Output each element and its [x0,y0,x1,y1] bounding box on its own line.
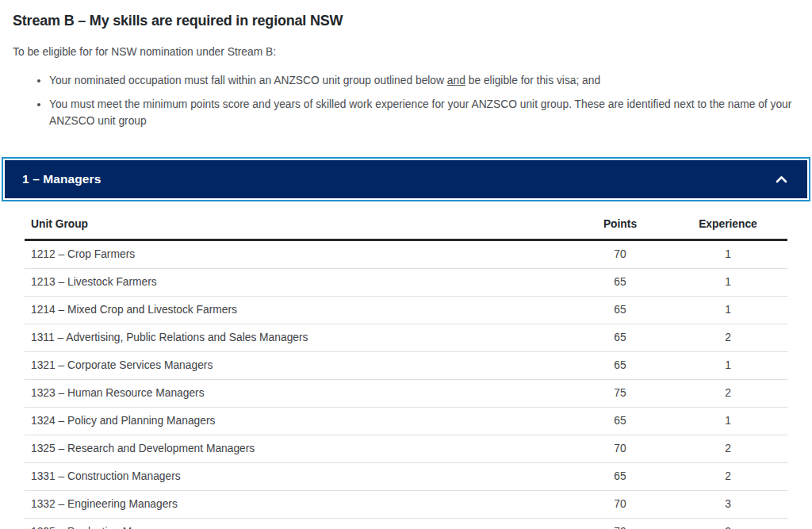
points-cell: 75 [572,379,668,407]
unit-group-cell: 1311 – Advertising, Public Relations and… [25,324,572,351]
table-row: 1213 – Livestock Farmers651 [25,268,787,296]
table-row: 1212 – Crop Farmers701 [25,240,787,268]
unit-group-cell: 1323 – Human Resource Managers [25,379,572,407]
page-title: Stream B – My skills are required in reg… [13,13,799,29]
accordion-managers[interactable]: 1 – Managers [2,157,810,201]
unit-group-cell: 1214 – Mixed Crop and Livestock Farmers [25,296,572,324]
points-cell: 65 [572,407,668,435]
table-header: Unit Group Points Experience [25,218,787,240]
experience-cell: 2 [668,324,787,351]
unit-group-cell: 1213 – Livestock Farmers [25,268,572,296]
unit-group-cell: 1324 – Policy and Planning Managers [25,407,572,435]
points-cell: 70 [572,490,668,518]
experience-cell: 1 [668,407,787,435]
table-row: 1324 – Policy and Planning Managers651 [25,407,787,435]
eligibility-bullet-list: Your nominated occupation must fall with… [13,72,794,130]
unit-group-cell: 1212 – Crop Farmers [25,240,572,268]
unit-group-cell: 1335 – Production Managers [25,518,572,529]
experience-cell: 1 [668,296,787,324]
intro-section: Stream B – My skills are required in reg… [0,0,812,130]
table-row: 1325 – Research and Development Managers… [25,435,787,462]
table-header-row: Unit Group Points Experience [25,218,787,240]
points-cell: 65 [572,296,668,324]
column-header-experience: Experience [668,218,787,240]
points-cell: 70 [572,240,668,268]
experience-cell: 2 [668,518,787,529]
points-cell: 65 [572,324,668,351]
table-row: 1332 – Engineering Managers703 [25,490,787,518]
unit-group-table: Unit Group Points Experience 1212 – Crop… [25,218,787,529]
accordion-label: 1 – Managers [22,172,101,186]
points-cell: 65 [572,268,668,296]
chevron-up-icon [775,174,788,184]
experience-cell: 1 [668,240,787,268]
table-row: 1214 – Mixed Crop and Livestock Farmers6… [25,296,787,324]
column-header-points: Points [572,218,668,240]
underlined-word: and [447,75,465,86]
intro-text: To be eligible for for NSW nomination un… [13,44,799,61]
experience-cell: 2 [668,462,787,490]
column-header-unit-group: Unit Group [25,218,572,240]
bullet-text: You must meet the minimum points score a… [49,98,791,127]
table-row: 1311 – Advertising, Public Relations and… [25,324,787,351]
experience-cell: 2 [668,435,787,462]
points-cell: 65 [572,351,668,379]
unit-group-cell: 1331 – Construction Managers [25,462,572,490]
points-cell: 65 [572,462,668,490]
accordion-header: 1 – Managers [5,160,807,198]
table-row: 1331 – Construction Managers652 [25,462,787,490]
table-row: 1321 – Corporate Services Managers651 [25,351,787,379]
points-cell: 70 [572,518,668,529]
experience-cell: 1 [668,268,787,296]
bullet-item-points: You must meet the minimum points score a… [49,96,794,130]
experience-cell: 2 [668,379,787,407]
unit-group-cell: 1332 – Engineering Managers [25,490,572,518]
table-row: 1323 – Human Resource Managers752 [25,379,787,407]
unit-group-cell: 1325 – Research and Development Managers [25,435,572,462]
unit-group-cell: 1321 – Corporate Services Managers [25,351,572,379]
table-body: 1212 – Crop Farmers7011213 – Livestock F… [25,240,787,529]
experience-cell: 1 [668,351,787,379]
bullet-text: be eligible for this visa; and [465,75,600,86]
bullet-text: Your nominated occupation must fall with… [49,75,447,86]
table-row: 1335 – Production Managers702 [25,518,787,529]
experience-cell: 3 [668,490,787,518]
bullet-item-occupation: Your nominated occupation must fall with… [49,72,794,89]
points-cell: 70 [572,435,668,462]
